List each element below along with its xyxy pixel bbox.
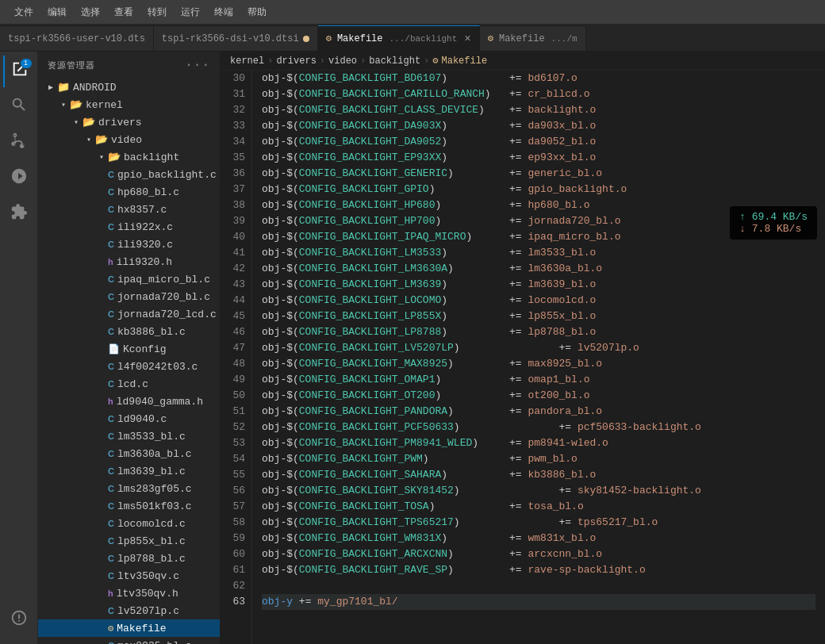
tree-item-lp8788_bl_c[interactable]: C lp8788_bl.c bbox=[38, 550, 220, 567]
activity-search[interactable] bbox=[3, 91, 35, 123]
code-line-63[interactable]: obj-y += my_gp7101_bl/ bbox=[262, 594, 815, 610]
tree-item-locomolcd_c[interactable]: C locomolcd.c bbox=[38, 515, 220, 532]
code-line-58[interactable]: obj-$(CONFIG_BACKLIGHT_TPS65217) += tps6… bbox=[262, 515, 815, 531]
code-line-42[interactable]: obj-$(CONFIG_BACKLIGHT_LM3630A) += lm363… bbox=[262, 261, 815, 277]
code-line-35[interactable]: obj-$(CONFIG_BACKLIGHT_EP93XX) += ep93xx… bbox=[262, 150, 815, 166]
tree-item-lms283gf05_c[interactable]: C lms283gf05.c bbox=[38, 480, 220, 497]
tree-item-ltv350qv_c[interactable]: C ltv350qv.c bbox=[38, 567, 220, 585]
tree-root-android[interactable]: ▶ 📁 ANDROID bbox=[38, 79, 220, 96]
tree-item-kb3886_bl_c[interactable]: C kb3886_bl.c bbox=[38, 323, 220, 340]
breadcrumb-drivers[interactable]: drivers bbox=[276, 56, 316, 67]
menu-goto[interactable]: 转到 bbox=[141, 4, 173, 21]
tree-item-lm3630a_bl_c[interactable]: C lm3630a_bl.c bbox=[38, 445, 220, 462]
file-label: ili922x.c bbox=[117, 221, 173, 233]
editor-content[interactable]: 3031323334353637383940414243444546474849… bbox=[221, 71, 825, 644]
makefile-icon: ⚙ bbox=[326, 33, 332, 44]
activity-run-debug[interactable] bbox=[3, 163, 35, 194]
tree-item-ili9320_h[interactable]: h ili9320.h bbox=[38, 253, 220, 270]
code-line-33[interactable]: obj-$(CONFIG_BACKLIGHT_DA903X) += da903x… bbox=[262, 118, 815, 134]
menu-run[interactable]: 运行 bbox=[175, 4, 206, 21]
tree-item-ipaq_micro_bl_c[interactable]: C ipaq_micro_bl.c bbox=[38, 270, 220, 288]
menu-bar[interactable]: 文件 编辑 选择 查看 转到 运行 终端 帮助 bbox=[8, 4, 273, 21]
menu-edit[interactable]: 编辑 bbox=[41, 4, 73, 21]
tree-item-lms501kf03_c[interactable]: C lms501kf03.c bbox=[38, 497, 220, 515]
code-line-55[interactable]: obj-$(CONFIG_BACKLIGHT_SAHARA) += kb3886… bbox=[262, 467, 815, 483]
code-line-45[interactable]: obj-$(CONFIG_BACKLIGHT_LP855X) += lp855x… bbox=[262, 309, 815, 324]
tab-close-button[interactable]: × bbox=[464, 33, 470, 45]
line-number-41: 41 bbox=[230, 245, 245, 261]
code-line-41[interactable]: obj-$(CONFIG_BACKLIGHT_LM3533) += lm3533… bbox=[262, 245, 815, 261]
code-line-52[interactable]: obj-$(CONFIG_BACKLIGHT_PCF50633) += pcf5… bbox=[262, 420, 815, 435]
tree-item-lcd_c[interactable]: C lcd.c bbox=[38, 375, 220, 393]
breadcrumb-backlight[interactable]: backlight bbox=[369, 56, 420, 67]
tab-makefile-m[interactable]: ⚙ Makefile .../m bbox=[480, 25, 586, 51]
line-number-39: 39 bbox=[230, 213, 245, 229]
line-number-43: 43 bbox=[230, 277, 245, 293]
menu-view[interactable]: 查看 bbox=[108, 4, 140, 21]
tree-item-lm3533_bl_c[interactable]: C lm3533_bl.c bbox=[38, 427, 220, 445]
activity-source-control[interactable] bbox=[3, 127, 35, 159]
tree-item-ld9040_gamma_h[interactable]: h ld9040_gamma.h bbox=[38, 393, 220, 410]
code-line-34[interactable]: obj-$(CONFIG_BACKLIGHT_DA9052) += da9052… bbox=[262, 134, 815, 150]
breadcrumb-video[interactable]: video bbox=[328, 56, 357, 67]
menu-help[interactable]: 帮助 bbox=[241, 4, 273, 21]
tab-tspi-user[interactable]: tspi-rk3566-user-v10.dts bbox=[0, 25, 154, 51]
activity-remote[interactable] bbox=[3, 604, 35, 636]
tree-item-ili922x_c[interactable]: C ili922x.c bbox=[38, 218, 220, 236]
code-line-62[interactable] bbox=[262, 578, 815, 594]
menu-file[interactable]: 文件 bbox=[8, 4, 40, 21]
code-line-32[interactable]: obj-$(CONFIG_BACKLIGHT_CLASS_DEVICE) += … bbox=[262, 102, 815, 118]
code-line-49[interactable]: obj-$(CONFIG_BACKLIGHT_OMAP1) += omap1_b… bbox=[262, 372, 815, 388]
tree-item-max8925_bl_c[interactable]: C max8925_bl.c bbox=[38, 637, 220, 644]
code-line-61[interactable]: obj-$(CONFIG_BACKLIGHT_RAVE_SP) += rave-… bbox=[262, 562, 815, 578]
sidebar-more-button[interactable]: ··· bbox=[185, 58, 210, 72]
code-area[interactable]: obj-$(CONFIG_BACKLIGHT_BD6107) += bd6107… bbox=[252, 71, 825, 644]
tree-item-ili9320_c[interactable]: C ili9320.c bbox=[38, 236, 220, 253]
code-line-47[interactable]: obj-$(CONFIG_BACKLIGHT_LV5207LP) += lv52… bbox=[262, 340, 815, 356]
tree-item-backlight[interactable]: ▾ 📂 backlight bbox=[38, 148, 220, 166]
tree-item-ltv350qv_h[interactable]: h ltv350qv.h bbox=[38, 585, 220, 602]
code-line-37[interactable]: obj-$(CONFIG_BACKLIGHT_GPIO) += gpio_bac… bbox=[262, 182, 815, 197]
tab-makefile-backlight[interactable]: ⚙ Makefile .../backlight × bbox=[318, 25, 480, 51]
tab-tspi-dsi[interactable]: tspi-rk3566-dsi-v10.dtsi bbox=[154, 25, 318, 51]
tree-item-ld9040_c[interactable]: C ld9040.c bbox=[38, 410, 220, 427]
tree-item-lv5207lp_c[interactable]: C lv5207lp.c bbox=[38, 602, 220, 619]
code-line-59[interactable]: obj-$(CONFIG_BACKLIGHT_WM831X) += wm831x… bbox=[262, 531, 815, 546]
code-line-31[interactable]: obj-$(CONFIG_BACKLIGHT_CARILLO_RANCH) +=… bbox=[262, 86, 815, 102]
activity-extensions[interactable] bbox=[3, 198, 35, 230]
tree-item-gpio_backlight_c[interactable]: C gpio_backlight.c bbox=[38, 166, 220, 183]
tree-item-hp680_bl_c[interactable]: C hp680_bl.c bbox=[38, 183, 220, 201]
menu-terminal[interactable]: 终端 bbox=[208, 4, 240, 21]
file-label: hx8357.c bbox=[117, 204, 167, 216]
breadcrumb-kernel[interactable]: kernel bbox=[230, 56, 264, 67]
tree-item-video[interactable]: ▾ 📂 video bbox=[38, 131, 220, 148]
code-line-60[interactable]: obj-$(CONFIG_BACKLIGHT_ARCXCNN) += arcxc… bbox=[262, 546, 815, 562]
tree-item-hx8357_c[interactable]: C hx8357.c bbox=[38, 201, 220, 218]
tree-item-jornada720_lcd_c[interactable]: C jornada720_lcd.c bbox=[38, 305, 220, 323]
code-line-36[interactable]: obj-$(CONFIG_BACKLIGHT_GENERIC) += gener… bbox=[262, 166, 815, 182]
code-line-57[interactable]: obj-$(CONFIG_BACKLIGHT_TOSA) += tosa_bl.… bbox=[262, 499, 815, 515]
tree-item-kernel[interactable]: ▾ 📂 kernel bbox=[38, 96, 220, 113]
tree-item-kconfig[interactable]: 📄 Kconfig bbox=[38, 340, 220, 358]
code-line-56[interactable]: obj-$(CONFIG_BACKLIGHT_SKY81452) += sky8… bbox=[262, 483, 815, 499]
breadcrumb-makefile[interactable]: Makefile bbox=[442, 56, 488, 67]
code-line-44[interactable]: obj-$(CONFIG_BACKLIGHT_LOCOMO) += locomo… bbox=[262, 293, 815, 309]
tree-item-l4f00242t03_c[interactable]: C l4f00242t03.c bbox=[38, 358, 220, 375]
line-number-48: 48 bbox=[230, 356, 245, 372]
code-line-51[interactable]: obj-$(CONFIG_BACKLIGHT_PANDORA) += pando… bbox=[262, 404, 815, 420]
code-line-48[interactable]: obj-$(CONFIG_BACKLIGHT_MAX8925) += max89… bbox=[262, 356, 815, 372]
activity-explorer[interactable]: 1 bbox=[3, 56, 35, 87]
code-line-53[interactable]: obj-$(CONFIG_BACKLIGHT_PM8941_WLED) += p… bbox=[262, 435, 815, 451]
code-line-30[interactable]: obj-$(CONFIG_BACKLIGHT_BD6107) += bd6107… bbox=[262, 71, 815, 86]
tree-item-lm3639_bl_c[interactable]: C lm3639_bl.c bbox=[38, 462, 220, 480]
code-line-50[interactable]: obj-$(CONFIG_BACKLIGHT_OT200) += ot200_b… bbox=[262, 388, 815, 404]
code-line-54[interactable]: obj-$(CONFIG_BACKLIGHT_PWM) += pwm_bl.o bbox=[262, 451, 815, 467]
line-number-62: 62 bbox=[230, 578, 245, 594]
code-line-43[interactable]: obj-$(CONFIG_BACKLIGHT_LM3639) += lm3639… bbox=[262, 277, 815, 293]
tree-item-makefile[interactable]: ⚙ Makefile bbox=[38, 619, 220, 637]
tree-item-jornada720_bl_c[interactable]: C jornada720_bl.c bbox=[38, 288, 220, 305]
menu-select[interactable]: 选择 bbox=[75, 4, 106, 21]
code-line-46[interactable]: obj-$(CONFIG_BACKLIGHT_LP8788) += lp8788… bbox=[262, 324, 815, 340]
tree-item-lp855x_bl_c[interactable]: C lp855x_bl.c bbox=[38, 532, 220, 550]
tree-item-drivers[interactable]: ▾ 📂 drivers bbox=[38, 113, 220, 131]
